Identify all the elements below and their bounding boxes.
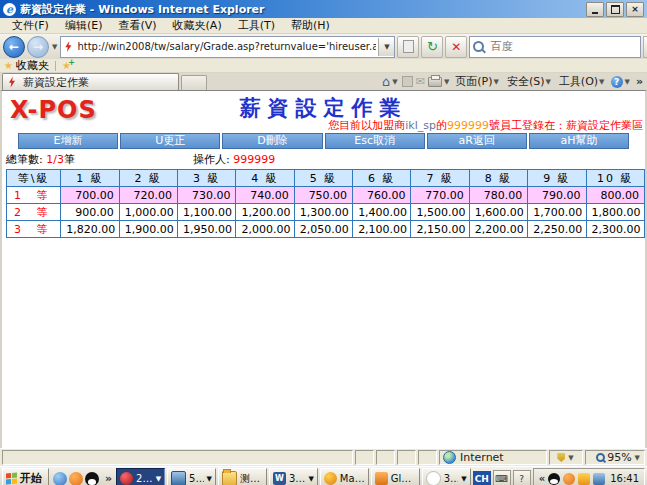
word-icon: W xyxy=(273,472,286,485)
task-label: Global... xyxy=(391,473,416,484)
task-label: 2 新浪UC xyxy=(136,472,153,485)
command-bar-button[interactable]: 安全(S)▼ xyxy=(505,74,554,89)
address-bar[interactable]: ▼ xyxy=(60,36,395,58)
login-status-suffix: 號員工登錄在： xyxy=(489,119,566,132)
chevron-down-icon: ▼ xyxy=(308,475,313,483)
taskbar-task-button[interactable]: 测试文档 xyxy=(218,468,267,485)
action-button[interactable]: aR返回 xyxy=(427,133,527,149)
action-button[interactable]: Esc取消 xyxy=(325,133,425,149)
forward-button[interactable]: → xyxy=(27,36,49,58)
status-bar: Internet ▼ 95% ▼ xyxy=(0,448,647,466)
search-input[interactable] xyxy=(488,39,637,54)
start-button[interactable]: 开始 xyxy=(2,468,49,485)
add-favorite-icon[interactable]: ★ xyxy=(62,61,71,71)
command-bar-button[interactable]: 页面(P)▼ xyxy=(453,74,502,89)
record-count-unit: 筆 xyxy=(64,152,75,167)
chevron-down-icon: ▼ xyxy=(391,78,398,86)
question-icon: ? xyxy=(519,474,524,484)
tab-row: 薪資設定作業 ⌂▼ ✉ ▼ 页面(P)▼安全(S)▼工具(O)▼ ?▼ » xyxy=(0,73,647,90)
tray-collapse-icon[interactable]: « xyxy=(539,473,545,484)
menu-item[interactable]: 帮助(H) xyxy=(283,18,338,33)
table-column-header: 9 級 xyxy=(528,170,586,187)
shield-icon xyxy=(557,453,565,462)
page-content: X-POS 薪資設定作業 您目前以加盟商ikl_sp的999999號員工登錄在：… xyxy=(0,90,647,448)
maximize-button[interactable] xyxy=(606,2,624,17)
uc-icon[interactable] xyxy=(69,472,83,485)
search-box[interactable] xyxy=(469,36,641,58)
menu-bar: 文件(F)编辑(E)查看(V)收藏夹(A)工具(T)帮助(H) xyxy=(0,18,647,34)
login-status-prefix: 您目前以加盟商 xyxy=(328,119,405,132)
security-zone-panel[interactable]: Internet xyxy=(439,450,547,465)
favorites-label[interactable]: 收藏夹 xyxy=(16,58,49,73)
employee-number: 999999 xyxy=(447,119,489,132)
table-column-header: 6 級 xyxy=(353,170,411,187)
command-bar-button-label: 页面(P) xyxy=(455,74,492,89)
address-dropdown-button[interactable]: ▼ xyxy=(378,38,394,56)
global-icon xyxy=(375,472,388,485)
login-status-mid: 的 xyxy=(436,119,447,132)
taskbar-task-button[interactable]: Macrom... xyxy=(320,468,369,485)
desktop-icon[interactable] xyxy=(53,472,67,485)
quick-launch-overflow-icon[interactable]: » xyxy=(103,472,114,485)
address-input[interactable] xyxy=(75,38,378,56)
command-bar-button[interactable]: 工具(O)▼ xyxy=(557,74,608,89)
action-button[interactable]: E增新 xyxy=(18,133,118,149)
tab-salary-setting[interactable]: 薪資設定作業 xyxy=(2,73,179,90)
action-button[interactable]: D刪除 xyxy=(222,133,322,149)
grade-value-cell: 800.00 xyxy=(586,187,644,204)
grade-value-cell: 750.00 xyxy=(294,187,352,204)
close-button[interactable]: × xyxy=(626,2,644,17)
grade-value-cell: 1,820.00 xyxy=(61,221,119,238)
menu-item[interactable]: 收藏夹(A) xyxy=(165,18,230,33)
taskbar-task-button[interactable]: 2 新浪UC▼ xyxy=(116,468,165,485)
overflow-chevron-icon[interactable]: » xyxy=(634,75,645,88)
network-tray-icon[interactable] xyxy=(593,473,605,485)
back-button[interactable]: ← xyxy=(3,36,25,58)
ime-options-button[interactable]: ? xyxy=(513,470,531,485)
read-mail-button[interactable]: ✉ xyxy=(416,76,425,87)
taskbar-task-button[interactable]: 3 Int...▼ xyxy=(422,468,471,485)
zoom-control[interactable]: 95% ▼ xyxy=(585,450,645,465)
menu-item[interactable]: 查看(V) xyxy=(110,18,164,33)
keyboard-indicator[interactable]: ⌨ xyxy=(493,470,511,485)
taskbar-task-button[interactable]: Global... xyxy=(371,468,420,485)
new-tab-button[interactable] xyxy=(181,75,207,90)
help-button[interactable]: ?▼ xyxy=(611,76,631,88)
taskbar-task-button[interactable]: W3 Mic...▼ xyxy=(269,468,318,485)
menu-item[interactable]: 文件(F) xyxy=(4,18,57,33)
feeds-button[interactable] xyxy=(402,76,413,87)
action-button[interactable]: aH幫助 xyxy=(529,133,629,149)
history-dropdown-icon[interactable]: ▼ xyxy=(51,43,58,51)
grade-table: 等\級1 級2 級3 級4 級5 級6 級7 級8 級9 級10 級1 等700… xyxy=(6,169,645,238)
table-row[interactable]: 2 等900.001,000.001,100.001,200.001,300.0… xyxy=(7,204,645,221)
uc-tray-icon[interactable] xyxy=(563,473,575,485)
table-row[interactable]: 3 等1,820.001,900.001,950.002,000.002,050… xyxy=(7,221,645,238)
action-button[interactable]: U更正 xyxy=(120,133,220,149)
zoom-magnifier-icon xyxy=(596,453,605,462)
windows-logo-icon xyxy=(6,472,17,484)
protected-mode-panel[interactable]: ▼ xyxy=(549,450,583,465)
menu-item[interactable]: 编辑(E) xyxy=(57,18,111,33)
language-indicator[interactable]: CH xyxy=(473,471,491,485)
taskbar-task-button[interactable]: 5 Rem...▼ xyxy=(167,468,216,485)
update-tray-icon[interactable] xyxy=(578,473,590,485)
home-button[interactable]: ⌂▼ xyxy=(382,75,399,88)
command-bar-button-label: 安全(S) xyxy=(507,74,545,89)
menu-item[interactable]: 工具(T) xyxy=(230,18,283,33)
grade-value-cell: 780.00 xyxy=(469,187,527,204)
flash-page-icon xyxy=(64,41,72,52)
compatibility-button[interactable] xyxy=(397,36,419,58)
stop-button[interactable]: ✕ xyxy=(445,36,467,58)
qq-icon[interactable] xyxy=(85,472,99,485)
table-column-header: 5 級 xyxy=(294,170,352,187)
status-panel xyxy=(376,450,395,465)
row-label: 1 等 xyxy=(7,187,61,204)
minimize-button[interactable] xyxy=(586,2,604,17)
table-row[interactable]: 1 等700.00720.00730.00740.00750.00760.007… xyxy=(7,187,645,204)
task-label: 5 Rem... xyxy=(189,473,204,484)
search-go-button[interactable] xyxy=(643,36,647,58)
refresh-button[interactable]: ↻ xyxy=(421,36,443,58)
qq-tray-icon[interactable] xyxy=(548,473,560,485)
print-button[interactable]: ▼ xyxy=(428,77,450,87)
grade-value-cell: 2,250.00 xyxy=(528,221,586,238)
